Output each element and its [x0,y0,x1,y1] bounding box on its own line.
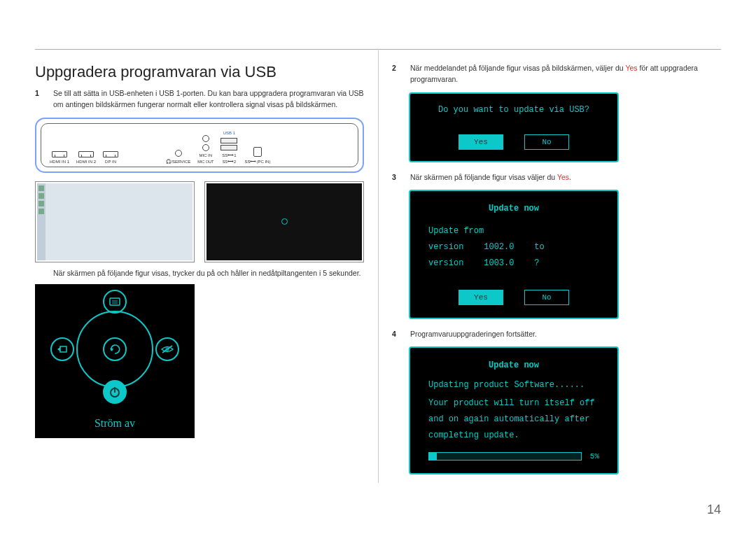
substep-text: När skärmen på följande figur visas, try… [35,268,364,279]
step-text: Se till att sätta in USB-enheten i USB 1… [53,88,364,111]
menu-icon [103,290,127,314]
svg-rect-0 [110,298,120,305]
step-number: 3 [392,172,402,183]
eye-off-icon [155,337,179,361]
screen-desktop [35,181,195,262]
jog-control-panel: Ström av [35,284,195,438]
power-icon [103,380,127,404]
step-text: Programvaruuppgraderingen fortsätter. [410,329,721,340]
source-icon [50,337,74,361]
svg-rect-3 [60,346,66,352]
dialog-body: Update from version 1002.0 to version 10… [428,223,599,271]
example-screens [35,181,364,262]
port-hdmi2: HDMI IN 2 [76,151,96,164]
port-mic: MIC IN MIC OUT [197,135,214,164]
step-text: När meddelandet på följande figur visas … [410,63,721,85]
ports-panel: HDMI IN 1 HDMI IN 2 DP IN 🎧/SERVICE [35,118,364,173]
page-title: Uppgradera programvaran via USB [35,63,364,81]
port-dp-in: DP IN [103,151,118,164]
dialog-title: Update now [428,360,599,370]
back-icon [103,337,127,361]
step-number: 2 [392,63,402,85]
dialog-updating: Update now Updating product Software....… [409,346,619,474]
step-text: När skärmen på följande figur visas välj… [410,172,721,183]
right-column: 2 När meddelandet på följande figur visa… [392,49,721,484]
dialog-title: Update now [428,204,599,213]
usb1-label: USB 1 [223,131,235,135]
port-usb: USB 1 SS⟷1 SS⟷2 [220,131,237,164]
port-service: 🎧/SERVICE [166,150,190,164]
step-1: 1 Se till att sätta in USB-enheten i USB… [35,88,364,111]
port-pc-in: SS⟷(PC IN) [244,147,270,164]
dialog-question: Do you want to update via USB? [426,105,602,115]
step-3: 3 När skärmen på följande figur visas vä… [392,172,721,183]
progress-percent: 5% [590,452,599,461]
port-hdmi1: HDMI IN 1 [50,151,69,164]
dialog-update-now: Update now Update from version 1002.0 to… [409,190,619,318]
step-2: 2 När meddelandet på följande figur visa… [392,63,721,85]
yes-button[interactable]: Yes [458,134,503,150]
no-button[interactable]: No [524,290,569,305]
step-4: 4 Programvaruuppgraderingen fortsätter. [392,329,721,340]
page-number: 14 [707,503,721,517]
step-number: 1 [35,88,45,111]
step-number: 4 [392,329,402,340]
screen-no-signal [204,181,364,262]
left-column: Uppgradera programvaran via USB 1 Se til… [35,49,364,484]
dialog-update-via-usb: Do you want to update via USB? Yes No [409,92,619,162]
updating-line-2: Your product will turn itself off and on… [428,395,599,443]
no-button[interactable]: No [524,134,569,150]
progress-bar [428,452,582,461]
yes-button[interactable]: Yes [458,290,503,305]
power-off-label: Ström av [35,417,195,430]
updating-line-1: Updating product Software...... [428,380,599,390]
